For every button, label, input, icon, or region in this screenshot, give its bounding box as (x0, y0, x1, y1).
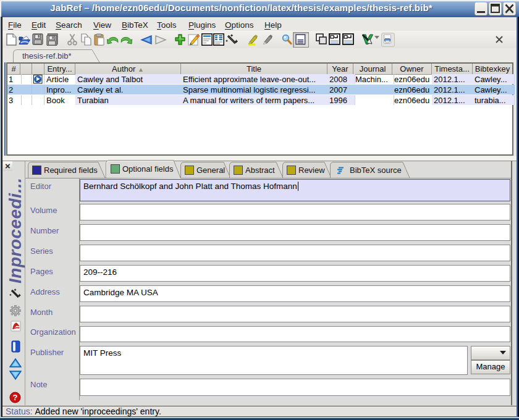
svg-text:?: ? (13, 393, 18, 402)
